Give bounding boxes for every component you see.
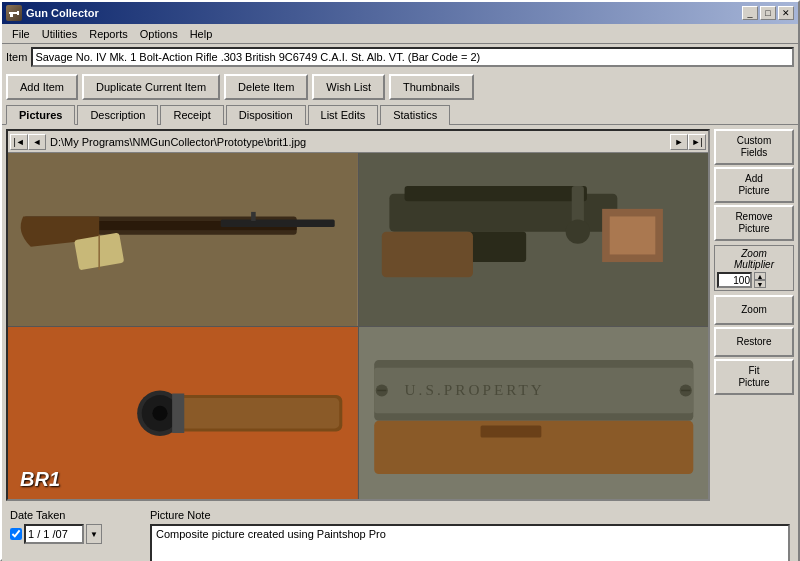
svg-point-14 — [565, 219, 589, 243]
date-checkbox[interactable] — [10, 528, 22, 540]
nav-first-button[interactable]: |◄ — [10, 134, 28, 150]
tab-list-edits[interactable]: List Edits — [308, 105, 379, 125]
close-button[interactable]: ✕ — [778, 6, 794, 20]
gun-panel-topleft — [8, 153, 358, 326]
svg-rect-18 — [609, 216, 655, 254]
duplicate-item-button[interactable]: Duplicate Current Item — [82, 74, 220, 100]
svg-point-22 — [152, 405, 167, 420]
svg-rect-7 — [251, 212, 256, 221]
svg-text:U.S.PROPERTY: U.S.PROPERTY — [404, 381, 544, 398]
nav-prev-button[interactable]: ◄ — [28, 134, 46, 150]
menu-options[interactable]: Options — [134, 26, 184, 42]
title-bar: Gun Collector _ □ ✕ — [2, 2, 798, 24]
wish-list-button[interactable]: Wish List — [312, 74, 385, 100]
restore-button[interactable]: Restore — [714, 327, 794, 357]
svg-rect-35 — [480, 425, 541, 437]
menu-help[interactable]: Help — [184, 26, 219, 42]
right-panel: Custom Fields Add Picture Remove Picture… — [714, 129, 794, 501]
tab-disposition[interactable]: Disposition — [226, 105, 306, 125]
date-section: Date Taken ▼ — [10, 509, 130, 561]
menu-reports[interactable]: Reports — [83, 26, 134, 42]
main-window: Gun Collector _ □ ✕ File Utilities Repor… — [0, 0, 800, 561]
svg-rect-12 — [404, 186, 586, 201]
window-controls: _ □ ✕ — [742, 6, 794, 20]
gun-svg-2 — [359, 153, 709, 326]
zoom-down-button[interactable]: ▼ — [754, 280, 766, 288]
svg-rect-25 — [172, 393, 184, 433]
main-tabs: Pictures Description Receipt Disposition… — [2, 104, 798, 125]
zoom-control: ▲ ▼ — [717, 272, 791, 288]
maximize-button[interactable]: □ — [760, 6, 776, 20]
content-area: |◄ ◄ D:\My Programs\NMGunCollector\Proto… — [2, 125, 798, 505]
item-label: Item — [6, 51, 27, 63]
svg-rect-0 — [9, 12, 17, 14]
action-buttons: Add Item Duplicate Current Item Delete I… — [2, 70, 798, 104]
nav-bar: |◄ ◄ D:\My Programs\NMGunCollector\Proto… — [8, 131, 708, 153]
gun-panel-bottomright: U.S.PROPERTY — [359, 327, 709, 500]
gun-icon — [8, 7, 20, 19]
menu-file[interactable]: File — [6, 26, 36, 42]
gun-panel-topright — [359, 153, 709, 326]
app-icon — [6, 5, 22, 21]
nav-next-button[interactable]: ► — [670, 134, 688, 150]
tab-pictures[interactable]: Pictures — [6, 105, 75, 125]
svg-rect-6 — [221, 219, 335, 227]
item-row: Item — [2, 44, 798, 70]
add-item-button[interactable]: Add Item — [6, 74, 78, 100]
note-label: Picture Note — [150, 509, 790, 521]
note-section: Picture Note — [150, 509, 790, 561]
fit-picture-button[interactable]: Fit Picture — [714, 359, 794, 395]
item-selector[interactable] — [31, 47, 794, 67]
nav-last-button[interactable]: ►| — [688, 134, 706, 150]
tab-receipt[interactable]: Receipt — [160, 105, 223, 125]
zoom-value-input[interactable] — [717, 272, 752, 288]
gun-image-composite: U.S.PROPERTY — [8, 153, 708, 499]
zoom-button[interactable]: Zoom — [714, 295, 794, 325]
gun-svg-3 — [8, 327, 358, 500]
delete-item-button[interactable]: Delete Item — [224, 74, 308, 100]
zoom-multiplier-section: Zoom Multiplier ▲ ▼ — [714, 245, 794, 291]
zoom-up-button[interactable]: ▲ — [754, 272, 766, 280]
remove-picture-button[interactable]: Remove Picture — [714, 205, 794, 241]
minimize-button[interactable]: _ — [742, 6, 758, 20]
thumbnails-button[interactable]: Thumbnails — [389, 74, 474, 100]
menu-utilities[interactable]: Utilities — [36, 26, 83, 42]
date-control: ▼ — [10, 524, 130, 544]
image-path: D:\My Programs\NMGunCollector\Prototype\… — [46, 136, 670, 148]
menu-bar: File Utilities Reports Options Help — [2, 24, 798, 44]
svg-rect-15 — [465, 232, 526, 262]
gun-svg-4: U.S.PROPERTY — [359, 327, 709, 500]
tab-description[interactable]: Description — [77, 105, 158, 125]
svg-rect-16 — [381, 232, 472, 278]
svg-rect-2 — [10, 14, 13, 17]
custom-fields-button[interactable]: Custom Fields — [714, 129, 794, 165]
bottom-area: Date Taken ▼ Picture Note — [2, 505, 798, 561]
svg-rect-24 — [178, 398, 339, 428]
image-label: BR1 — [20, 468, 60, 491]
note-textarea[interactable] — [150, 524, 790, 561]
tab-statistics[interactable]: Statistics — [380, 105, 450, 125]
gun-panel-bottomleft — [8, 327, 358, 500]
zoom-spinners: ▲ ▼ — [754, 272, 766, 288]
date-input[interactable] — [24, 524, 84, 544]
zoom-multiplier-label: Zoom Multiplier — [717, 248, 791, 270]
image-display: U.S.PROPERTY BR — [8, 153, 708, 499]
svg-rect-1 — [17, 11, 19, 15]
gun-svg-1 — [8, 153, 358, 326]
window-title: Gun Collector — [26, 7, 742, 19]
date-label: Date Taken — [10, 509, 130, 521]
add-picture-button[interactable]: Add Picture — [714, 167, 794, 203]
picture-area: |◄ ◄ D:\My Programs\NMGunCollector\Proto… — [6, 129, 710, 501]
date-dropdown-button[interactable]: ▼ — [86, 524, 102, 544]
